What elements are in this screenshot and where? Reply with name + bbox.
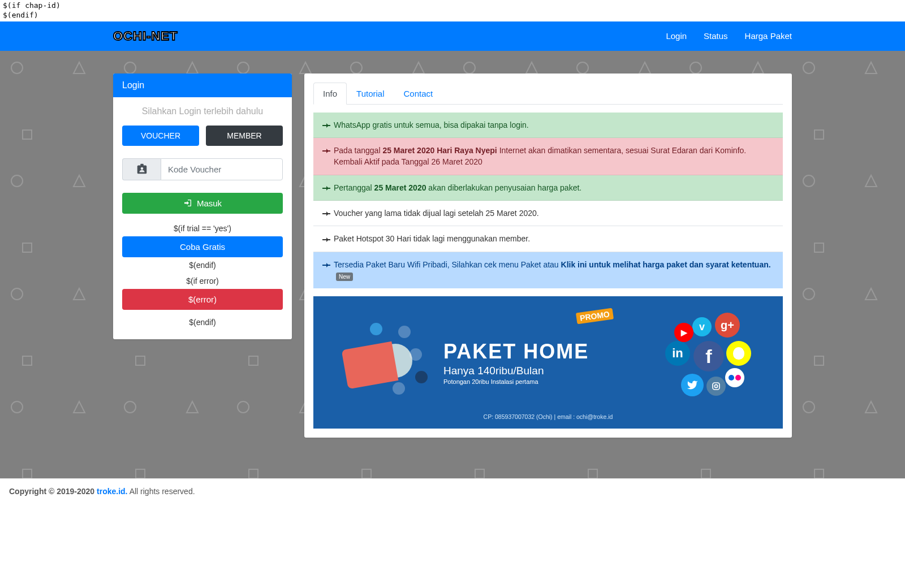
twitter-icon: [681, 374, 704, 396]
snapchat-icon: [726, 341, 751, 366]
arrow-right-icon: [322, 183, 330, 192]
list-item[interactable]: Tersedia Paket Baru Wifi Pribadi, Silahk…: [313, 252, 783, 289]
arrow-right-icon: [322, 146, 330, 155]
linkedin-icon: in: [665, 341, 690, 366]
error-button[interactable]: $(error): [122, 289, 283, 310]
voucher-input-group: [122, 158, 283, 180]
social-icons: f in v g+ ▶: [658, 312, 760, 413]
flickr-icon: [725, 368, 744, 387]
masuk-button[interactable]: Masuk: [122, 193, 283, 214]
banner-title: PAKET HOME: [443, 340, 658, 364]
sign-in-icon: [183, 198, 192, 207]
member-button[interactable]: MEMBER: [206, 126, 283, 146]
login-panel-header: Login: [113, 74, 292, 97]
arrow-right-icon: [322, 120, 330, 129]
nav-login[interactable]: Login: [666, 31, 687, 41]
login-prompt: Silahkan Login terlebih dahulu: [122, 106, 283, 116]
info-list: WhatsApp gratis untuk semua, bisa dipaka…: [313, 113, 783, 288]
voucher-button[interactable]: VOUCHER: [122, 126, 199, 146]
list-item: Voucher yang lama tidak dijual lagi sete…: [313, 201, 783, 226]
nav-status[interactable]: Status: [704, 31, 728, 41]
banner-footer: CP: 085937007032 (Ochi) | email : ochi@t…: [313, 413, 783, 420]
svg-point-4: [714, 384, 717, 387]
endif-text-2: $(endif): [122, 314, 283, 330]
list-item: Pada tanggal 25 Maret 2020 Hari Raya Nye…: [313, 138, 783, 175]
tab-tutorial[interactable]: Tutorial: [347, 83, 394, 105]
login-panel: Login Silahkan Login terlebih dahulu VOU…: [113, 74, 292, 339]
arrow-right-icon: [322, 260, 330, 269]
arrow-right-icon: [322, 209, 330, 218]
svg-point-2: [140, 167, 143, 170]
main-content: Login Silahkan Login terlebih dahulu VOU…: [0, 51, 905, 478]
tab-info[interactable]: Info: [313, 83, 347, 105]
promo-banner[interactable]: PROMO PAKET HOME Hanya 140ribu/Bulan Pot…: [313, 296, 783, 429]
footer-link[interactable]: troke.id.: [97, 487, 127, 496]
instagram-icon: [706, 377, 726, 396]
list-item: WhatsApp gratis untuk semua, bisa dipaka…: [313, 113, 783, 138]
id-badge-icon: [122, 158, 161, 180]
error-condition-text: $(if error): [122, 273, 283, 289]
tab-contact[interactable]: Contact: [394, 83, 443, 105]
page-footer: Copyright © 2019-2020 troke.id. All righ…: [0, 478, 905, 504]
trial-condition-text: $(if trial == 'yes'): [122, 220, 283, 236]
facebook-icon: f: [693, 341, 724, 371]
banner-text: PROMO PAKET HOME Hanya 140ribu/Bulan Pot…: [432, 340, 658, 385]
voucher-input[interactable]: [161, 158, 283, 180]
svg-rect-1: [140, 164, 144, 166]
coba-gratis-button[interactable]: Coba Gratis: [122, 236, 283, 257]
nav-harga[interactable]: Harga Paket: [745, 31, 792, 41]
youtube-icon: ▶: [674, 323, 693, 342]
logo: OCHI-NET: [113, 29, 178, 44]
svg-rect-3: [713, 383, 719, 390]
login-type-group: VOUCHER MEMBER: [122, 126, 283, 146]
template-placeholder-top: $(if chap-id) $(endif): [0, 0, 905, 21]
tab-bar: Info Tutorial Contact: [313, 83, 783, 105]
nav-links: Login Status Harga Paket: [666, 31, 792, 41]
banner-subtitle: Hanya 140ribu/Bulan: [443, 365, 658, 377]
promo-badge: PROMO: [576, 310, 613, 322]
content-panel: Info Tutorial Contact WhatsApp gratis un…: [304, 74, 792, 438]
vimeo-icon: v: [692, 317, 712, 336]
endif-text-1: $(endif): [122, 257, 283, 273]
header-bar: OCHI-NET Login Status Harga Paket: [0, 21, 905, 51]
list-item: Pertanggal 25 Maret 2020 akan diberlakuk…: [313, 175, 783, 201]
googleplus-icon: g+: [715, 313, 740, 338]
list-item: Paket Hotspot 30 Hari tidak lagi menggun…: [313, 226, 783, 252]
arrow-right-icon: [322, 234, 330, 243]
banner-subtitle2: Potongan 20ribu Instalasi pertama: [443, 378, 658, 385]
banner-graphic: [336, 314, 432, 410]
